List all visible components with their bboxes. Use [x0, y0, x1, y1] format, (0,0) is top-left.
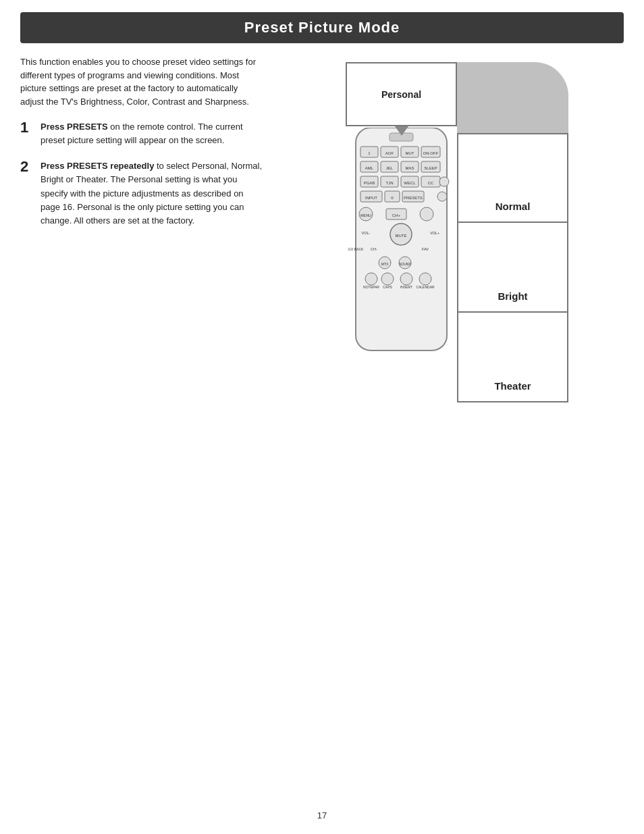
- normal-label: Normal: [495, 201, 531, 212]
- step-1-number: 1: [20, 120, 32, 135]
- step-2-text: Press PRESETS repeatedly to select Perso…: [41, 159, 263, 228]
- remote-column: Personal 1 A: [346, 62, 457, 373]
- steps-list: 1 Press PRESETS on the remote control. T…: [20, 120, 263, 228]
- svg-text:MAS: MAS: [405, 166, 414, 170]
- svg-point-56: [419, 273, 431, 285]
- svg-text:VOL+: VOL+: [430, 231, 439, 235]
- svg-text:FAV: FAV: [422, 247, 429, 251]
- remote-illustration: 1 AOF MUT ON·OFF AML JEL: [346, 128, 457, 373]
- main-content: This function enables you to choose pres…: [0, 55, 644, 402]
- svg-text:NOTEPAR: NOTEPAR: [363, 285, 379, 289]
- page-number: 17: [317, 810, 327, 820]
- svg-text:CALENDAR: CALENDAR: [416, 285, 435, 289]
- svg-text:INSERT: INSERT: [400, 285, 412, 289]
- step-2-number: 2: [20, 159, 32, 174]
- svg-text:SOUND: SOUND: [399, 262, 411, 266]
- page-header: Preset Picture Mode: [20, 12, 624, 43]
- intro-text: This function enables you to choose pres…: [20, 55, 263, 108]
- bright-label: Bright: [498, 290, 527, 302]
- svg-text:INPUT: INPUT: [365, 196, 377, 200]
- svg-text:CH-: CH-: [371, 247, 377, 251]
- gray-arc-decoration: [457, 62, 568, 133]
- svg-text:MUTE: MUTE: [396, 234, 407, 238]
- svg-text:WECL: WECL: [404, 181, 416, 185]
- step-1: 1 Press PRESETS on the remote control. T…: [20, 120, 263, 147]
- step-2: 2 Press PRESETS repeatedly to select Per…: [20, 159, 263, 228]
- svg-text:MENU: MENU: [360, 213, 371, 217]
- svg-text:VOL-: VOL-: [362, 231, 371, 235]
- down-arrow-icon: [395, 126, 408, 136]
- step-1-bold: Press PRESETS: [41, 122, 108, 132]
- svg-text:SLEEP: SLEEP: [424, 166, 437, 170]
- step-1-text: Press PRESETS on the remote control. The…: [41, 120, 263, 147]
- svg-point-50: [365, 273, 377, 285]
- svg-text:CC: CC: [428, 181, 434, 185]
- svg-point-38: [420, 207, 433, 221]
- svg-text:PRESETS: PRESETS: [404, 196, 423, 200]
- svg-text:PGAB: PGAB: [364, 181, 375, 185]
- svg-text:MTX: MTX: [381, 262, 389, 266]
- svg-text:MUT: MUT: [406, 151, 414, 155]
- svg-text:TJN: TJN: [386, 181, 394, 185]
- theater-label: Theater: [494, 380, 531, 392]
- svg-text:CAPS: CAPS: [383, 285, 392, 289]
- modes-column: Normal Bright Theater: [457, 62, 568, 402]
- svg-text:GO BACK: GO BACK: [348, 247, 364, 251]
- page-title: Preset Picture Mode: [34, 19, 610, 36]
- svg-text:JEL: JEL: [386, 166, 394, 170]
- svg-text:CH+: CH+: [392, 213, 401, 217]
- normal-mode-box: Normal: [457, 133, 568, 223]
- svg-text:AML: AML: [365, 166, 374, 170]
- svg-point-33: [437, 192, 447, 201]
- diagram-area: Personal 1 A: [346, 62, 568, 402]
- right-column: Personal 1 A: [277, 55, 624, 402]
- bright-mode-box: Bright: [457, 223, 568, 313]
- svg-text:ON·OFF: ON·OFF: [423, 151, 439, 155]
- personal-mode-box: Personal: [346, 62, 457, 126]
- theater-mode-box: Theater: [457, 313, 568, 402]
- personal-label: Personal: [381, 89, 421, 100]
- svg-point-26: [439, 177, 449, 186]
- svg-point-52: [381, 273, 394, 285]
- remote-svg: 1 AOF MUT ON·OFF AML JEL: [346, 128, 457, 371]
- left-column: This function enables you to choose pres…: [20, 55, 263, 402]
- step-2-bold: Press PRESETS repeatedly: [41, 161, 154, 171]
- svg-point-54: [400, 273, 412, 285]
